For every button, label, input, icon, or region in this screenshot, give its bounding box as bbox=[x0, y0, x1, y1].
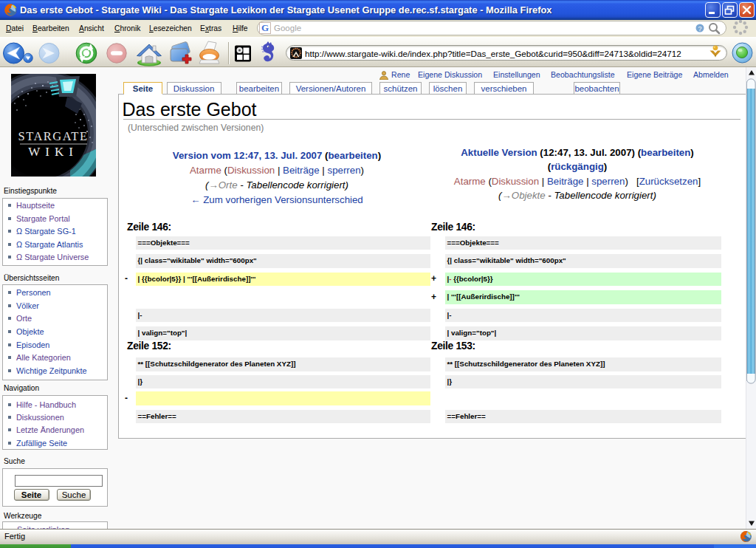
svg-text:?: ? bbox=[698, 25, 701, 32]
svg-text:STARGATE: STARGATE bbox=[18, 129, 88, 143]
svg-text:WIKI: WIKI bbox=[28, 145, 78, 159]
